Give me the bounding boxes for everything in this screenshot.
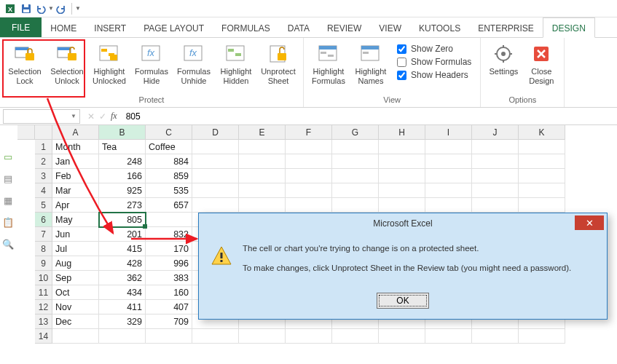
formulas-unhide-button[interactable]: fx Formulas Unhide	[173, 41, 214, 87]
column-header[interactable]: J	[472, 125, 519, 140]
close-design-button[interactable]: Close Design	[523, 41, 559, 87]
cell[interactable]	[472, 169, 519, 183]
autotext-icon[interactable]: ▦	[1, 194, 15, 207]
formula-input[interactable]	[122, 109, 617, 124]
tab-data[interactable]: DATA	[279, 17, 318, 37]
row-header[interactable]: 3	[35, 169, 52, 183]
formulas-hide-button[interactable]: fx Formulas Hide	[131, 41, 172, 87]
cell[interactable]: Dec	[52, 314, 99, 329]
cell[interactable]	[425, 140, 472, 154]
cell[interactable]	[425, 198, 472, 213]
cell[interactable]	[472, 198, 519, 213]
find-icon[interactable]: 🔍	[1, 237, 15, 250]
cell[interactable]: Coffee	[146, 140, 192, 154]
selection-unlock-button[interactable]: Selection Unlock	[47, 41, 87, 87]
cell[interactable]: Feb	[52, 169, 99, 183]
cell[interactable]	[192, 169, 239, 183]
cell[interactable]	[379, 169, 425, 183]
row-header[interactable]: 7	[35, 227, 52, 242]
cell[interactable]: Jun	[52, 227, 99, 242]
cell[interactable]: May	[52, 213, 99, 227]
dialog-title-bar[interactable]: Microsoft Excel ✕	[199, 213, 607, 234]
highlight-names-button[interactable]: Highlight Names	[350, 41, 391, 87]
column-header[interactable]: B	[99, 125, 146, 140]
cell[interactable]	[425, 154, 472, 169]
cell[interactable]: Oct	[52, 285, 99, 300]
cell[interactable]	[379, 154, 425, 169]
cell[interactable]	[192, 140, 239, 154]
cell[interactable]	[519, 183, 565, 198]
cell[interactable]	[519, 169, 565, 183]
cell[interactable]	[239, 183, 286, 198]
cell[interactable]	[472, 329, 519, 344]
cell[interactable]: 248	[99, 154, 146, 169]
show-headers-checkbox[interactable]: Show Headers	[397, 70, 471, 80]
cell[interactable]: Month	[52, 140, 99, 154]
cell[interactable]	[519, 154, 565, 169]
cell[interactable]: 201	[99, 227, 146, 242]
cell[interactable]	[192, 329, 239, 344]
cell[interactable]: 805	[99, 213, 146, 227]
cell[interactable]: 657	[146, 198, 192, 213]
cell[interactable]: 407	[146, 300, 192, 314]
cell[interactable]	[239, 198, 286, 213]
cell[interactable]	[239, 169, 286, 183]
row-header[interactable]: 10	[35, 271, 52, 285]
settings-button[interactable]: Settings	[485, 41, 522, 78]
name-box[interactable]: ▼	[3, 109, 80, 124]
cell[interactable]	[99, 329, 146, 344]
cell[interactable]: Mar	[52, 183, 99, 198]
row-header[interactable]: 8	[35, 242, 52, 256]
cell[interactable]	[192, 198, 239, 213]
cell[interactable]	[425, 183, 472, 198]
row-header[interactable]: 14	[35, 329, 52, 344]
cell[interactable]	[146, 213, 192, 227]
highlight-unlocked-button[interactable]: Highlight Unlocked	[89, 41, 130, 87]
cell[interactable]	[286, 140, 332, 154]
cell[interactable]: Jul	[52, 242, 99, 256]
tab-review[interactable]: REVIEW	[318, 17, 370, 37]
column-header[interactable]: K	[519, 125, 565, 140]
tab-insert[interactable]: INSERT	[85, 17, 135, 37]
cell[interactable]: Apr	[52, 198, 99, 213]
cell[interactable]	[379, 183, 425, 198]
row-header[interactable]: 9	[35, 256, 52, 271]
row-header[interactable]: 11	[35, 285, 52, 300]
column-header[interactable]: H	[379, 125, 425, 140]
column-header[interactable]: D	[192, 125, 239, 140]
cell[interactable]: 428	[99, 256, 146, 271]
cell[interactable]	[192, 154, 239, 169]
tab-page-layout[interactable]: PAGE LAYOUT	[135, 17, 213, 37]
cell[interactable]: 996	[146, 256, 192, 271]
cell[interactable]: 434	[99, 285, 146, 300]
fx-icon[interactable]: fx	[111, 111, 117, 122]
cell[interactable]: 925	[99, 183, 146, 198]
cell[interactable]	[239, 154, 286, 169]
cell[interactable]: 383	[146, 271, 192, 285]
cell[interactable]: 170	[146, 242, 192, 256]
cell[interactable]	[332, 183, 379, 198]
cell[interactable]	[472, 154, 519, 169]
undo-icon[interactable]	[34, 1, 48, 16]
cell[interactable]: 362	[99, 271, 146, 285]
cell[interactable]: 411	[99, 300, 146, 314]
cell[interactable]	[286, 154, 332, 169]
highlight-formulas-button[interactable]: Highlight Formulas	[308, 41, 349, 87]
column-header[interactable]: A	[52, 125, 99, 140]
cell[interactable]	[472, 140, 519, 154]
cell[interactable]	[332, 154, 379, 169]
cell[interactable]: 166	[99, 169, 146, 183]
cancel-icon[interactable]: ✕	[87, 111, 95, 122]
row-header[interactable]: 1	[35, 140, 52, 154]
cell[interactable]: Tea	[99, 140, 146, 154]
cell[interactable]: 884	[146, 154, 192, 169]
cell[interactable]	[192, 183, 239, 198]
nav-pane-icon[interactable]: ▭	[1, 150, 15, 163]
redo-icon[interactable]	[54, 1, 68, 16]
clipboard-icon[interactable]: 📋	[1, 215, 15, 229]
cell[interactable]	[332, 198, 379, 213]
row-header[interactable]: 5	[35, 198, 52, 213]
cell[interactable]: Sep	[52, 271, 99, 285]
column-header[interactable]: C	[146, 125, 192, 140]
row-header[interactable]: 4	[35, 183, 52, 198]
